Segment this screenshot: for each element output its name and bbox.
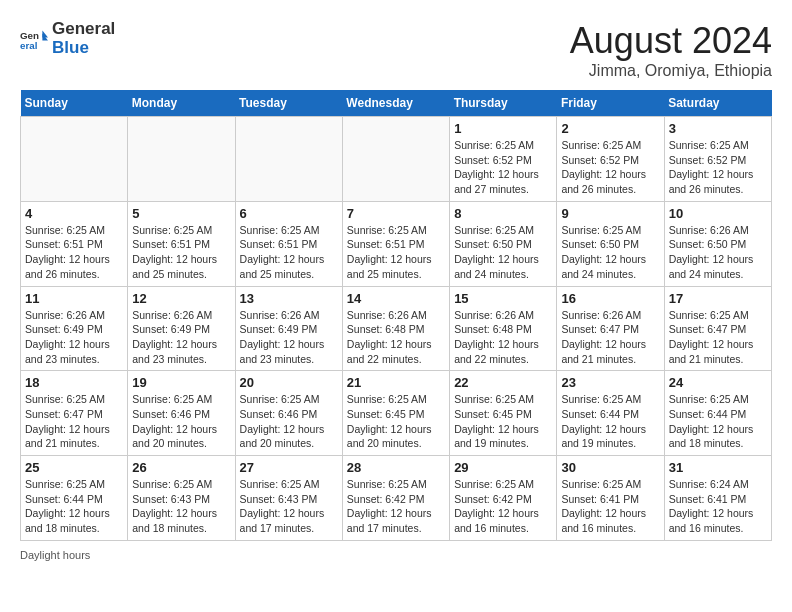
calendar-cell: [342, 117, 449, 202]
day-number: 23: [561, 375, 659, 390]
calendar-cell: 25Sunrise: 6:25 AM Sunset: 6:44 PM Dayli…: [21, 456, 128, 541]
day-info: Sunrise: 6:26 AM Sunset: 6:50 PM Dayligh…: [669, 223, 767, 282]
calendar-cell: 8Sunrise: 6:25 AM Sunset: 6:50 PM Daylig…: [450, 201, 557, 286]
calendar-cell: 13Sunrise: 6:26 AM Sunset: 6:49 PM Dayli…: [235, 286, 342, 371]
day-number: 7: [347, 206, 445, 221]
calendar-cell: 17Sunrise: 6:25 AM Sunset: 6:47 PM Dayli…: [664, 286, 771, 371]
calendar-cell: [128, 117, 235, 202]
day-number: 27: [240, 460, 338, 475]
calendar-cell: 15Sunrise: 6:26 AM Sunset: 6:48 PM Dayli…: [450, 286, 557, 371]
day-info: Sunrise: 6:25 AM Sunset: 6:43 PM Dayligh…: [240, 477, 338, 536]
day-info: Sunrise: 6:25 AM Sunset: 6:45 PM Dayligh…: [347, 392, 445, 451]
calendar-cell: 10Sunrise: 6:26 AM Sunset: 6:50 PM Dayli…: [664, 201, 771, 286]
week-row-1: 4Sunrise: 6:25 AM Sunset: 6:51 PM Daylig…: [21, 201, 772, 286]
calendar-subtitle: Jimma, Oromiya, Ethiopia: [570, 62, 772, 80]
calendar-cell: 21Sunrise: 6:25 AM Sunset: 6:45 PM Dayli…: [342, 371, 449, 456]
day-info: Sunrise: 6:25 AM Sunset: 6:45 PM Dayligh…: [454, 392, 552, 451]
calendar-cell: 31Sunrise: 6:24 AM Sunset: 6:41 PM Dayli…: [664, 456, 771, 541]
day-info: Sunrise: 6:25 AM Sunset: 6:52 PM Dayligh…: [669, 138, 767, 197]
title-area: August 2024 Jimma, Oromiya, Ethiopia: [570, 20, 772, 80]
day-number: 24: [669, 375, 767, 390]
day-info: Sunrise: 6:26 AM Sunset: 6:48 PM Dayligh…: [347, 308, 445, 367]
calendar-cell: 29Sunrise: 6:25 AM Sunset: 6:42 PM Dayli…: [450, 456, 557, 541]
day-info: Sunrise: 6:26 AM Sunset: 6:49 PM Dayligh…: [25, 308, 123, 367]
day-number: 28: [347, 460, 445, 475]
calendar-cell: 1Sunrise: 6:25 AM Sunset: 6:52 PM Daylig…: [450, 117, 557, 202]
day-info: Sunrise: 6:26 AM Sunset: 6:47 PM Dayligh…: [561, 308, 659, 367]
footer-note: Daylight hours: [20, 549, 772, 561]
day-header-thursday: Thursday: [450, 90, 557, 117]
calendar-title: August 2024: [570, 20, 772, 62]
day-number: 12: [132, 291, 230, 306]
day-number: 1: [454, 121, 552, 136]
day-number: 31: [669, 460, 767, 475]
calendar-cell: 18Sunrise: 6:25 AM Sunset: 6:47 PM Dayli…: [21, 371, 128, 456]
day-number: 17: [669, 291, 767, 306]
day-info: Sunrise: 6:25 AM Sunset: 6:42 PM Dayligh…: [454, 477, 552, 536]
calendar-cell: [21, 117, 128, 202]
calendar-cell: 19Sunrise: 6:25 AM Sunset: 6:46 PM Dayli…: [128, 371, 235, 456]
day-number: 15: [454, 291, 552, 306]
day-info: Sunrise: 6:25 AM Sunset: 6:44 PM Dayligh…: [25, 477, 123, 536]
day-info: Sunrise: 6:25 AM Sunset: 6:47 PM Dayligh…: [25, 392, 123, 451]
day-number: 10: [669, 206, 767, 221]
day-header-wednesday: Wednesday: [342, 90, 449, 117]
day-header-tuesday: Tuesday: [235, 90, 342, 117]
calendar-cell: 16Sunrise: 6:26 AM Sunset: 6:47 PM Dayli…: [557, 286, 664, 371]
footer-text: Daylight hours: [20, 549, 90, 561]
day-info: Sunrise: 6:25 AM Sunset: 6:51 PM Dayligh…: [25, 223, 123, 282]
logo: Gen eral General Blue: [20, 20, 115, 57]
day-info: Sunrise: 6:25 AM Sunset: 6:51 PM Dayligh…: [347, 223, 445, 282]
calendar-cell: 5Sunrise: 6:25 AM Sunset: 6:51 PM Daylig…: [128, 201, 235, 286]
day-info: Sunrise: 6:24 AM Sunset: 6:41 PM Dayligh…: [669, 477, 767, 536]
day-info: Sunrise: 6:25 AM Sunset: 6:52 PM Dayligh…: [454, 138, 552, 197]
day-number: 11: [25, 291, 123, 306]
day-info: Sunrise: 6:26 AM Sunset: 6:49 PM Dayligh…: [132, 308, 230, 367]
day-info: Sunrise: 6:25 AM Sunset: 6:46 PM Dayligh…: [240, 392, 338, 451]
day-number: 19: [132, 375, 230, 390]
calendar-cell: 14Sunrise: 6:26 AM Sunset: 6:48 PM Dayli…: [342, 286, 449, 371]
calendar-cell: 11Sunrise: 6:26 AM Sunset: 6:49 PM Dayli…: [21, 286, 128, 371]
calendar-cell: 22Sunrise: 6:25 AM Sunset: 6:45 PM Dayli…: [450, 371, 557, 456]
logo-icon: Gen eral: [20, 25, 48, 53]
day-number: 21: [347, 375, 445, 390]
calendar-cell: 3Sunrise: 6:25 AM Sunset: 6:52 PM Daylig…: [664, 117, 771, 202]
day-number: 22: [454, 375, 552, 390]
day-number: 20: [240, 375, 338, 390]
day-number: 26: [132, 460, 230, 475]
day-info: Sunrise: 6:25 AM Sunset: 6:41 PM Dayligh…: [561, 477, 659, 536]
day-number: 16: [561, 291, 659, 306]
day-info: Sunrise: 6:25 AM Sunset: 6:50 PM Dayligh…: [561, 223, 659, 282]
calendar-table: SundayMondayTuesdayWednesdayThursdayFrid…: [20, 90, 772, 541]
day-info: Sunrise: 6:25 AM Sunset: 6:44 PM Dayligh…: [561, 392, 659, 451]
day-number: 29: [454, 460, 552, 475]
calendar-cell: 30Sunrise: 6:25 AM Sunset: 6:41 PM Dayli…: [557, 456, 664, 541]
calendar-cell: 7Sunrise: 6:25 AM Sunset: 6:51 PM Daylig…: [342, 201, 449, 286]
day-info: Sunrise: 6:25 AM Sunset: 6:51 PM Dayligh…: [132, 223, 230, 282]
day-number: 4: [25, 206, 123, 221]
day-number: 25: [25, 460, 123, 475]
calendar-cell: [235, 117, 342, 202]
header: Gen eral General Blue August 2024 Jimma,…: [20, 20, 772, 80]
day-info: Sunrise: 6:26 AM Sunset: 6:48 PM Dayligh…: [454, 308, 552, 367]
calendar-cell: 4Sunrise: 6:25 AM Sunset: 6:51 PM Daylig…: [21, 201, 128, 286]
week-row-4: 25Sunrise: 6:25 AM Sunset: 6:44 PM Dayli…: [21, 456, 772, 541]
day-info: Sunrise: 6:25 AM Sunset: 6:42 PM Dayligh…: [347, 477, 445, 536]
week-row-0: 1Sunrise: 6:25 AM Sunset: 6:52 PM Daylig…: [21, 117, 772, 202]
day-number: 5: [132, 206, 230, 221]
calendar-cell: 27Sunrise: 6:25 AM Sunset: 6:43 PM Dayli…: [235, 456, 342, 541]
days-header-row: SundayMondayTuesdayWednesdayThursdayFrid…: [21, 90, 772, 117]
week-row-2: 11Sunrise: 6:26 AM Sunset: 6:49 PM Dayli…: [21, 286, 772, 371]
calendar-cell: 28Sunrise: 6:25 AM Sunset: 6:42 PM Dayli…: [342, 456, 449, 541]
day-info: Sunrise: 6:26 AM Sunset: 6:49 PM Dayligh…: [240, 308, 338, 367]
day-number: 13: [240, 291, 338, 306]
calendar-cell: 9Sunrise: 6:25 AM Sunset: 6:50 PM Daylig…: [557, 201, 664, 286]
day-number: 18: [25, 375, 123, 390]
calendar-cell: 2Sunrise: 6:25 AM Sunset: 6:52 PM Daylig…: [557, 117, 664, 202]
calendar-cell: 6Sunrise: 6:25 AM Sunset: 6:51 PM Daylig…: [235, 201, 342, 286]
day-info: Sunrise: 6:25 AM Sunset: 6:52 PM Dayligh…: [561, 138, 659, 197]
day-info: Sunrise: 6:25 AM Sunset: 6:50 PM Dayligh…: [454, 223, 552, 282]
day-header-friday: Friday: [557, 90, 664, 117]
day-header-sunday: Sunday: [21, 90, 128, 117]
day-info: Sunrise: 6:25 AM Sunset: 6:44 PM Dayligh…: [669, 392, 767, 451]
